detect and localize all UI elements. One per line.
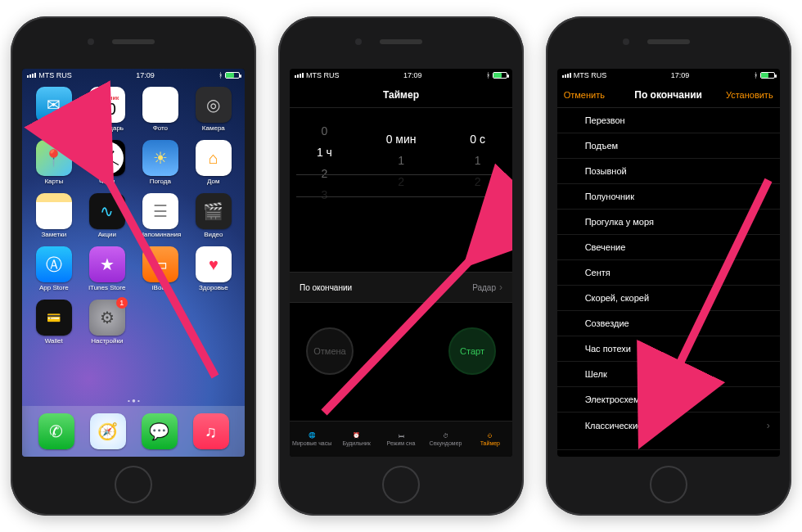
dock-safari[interactable]: 🧭 [90,413,126,449]
tab-timer[interactable]: ⏲Таймер [468,422,512,457]
phone-timer: MTS RUS 17:09 ᚼ Таймер 0 1 ч 2 3 0 мин 1… [278,16,524,516]
bed-icon: 🛏 [399,433,404,439]
list-item[interactable]: Сентя [557,260,780,286]
app-reminders[interactable]: ☰Напоминания [137,193,183,238]
app-clock[interactable]: Часы [83,140,130,185]
chevron-right-icon: › [767,420,770,431]
start-button[interactable]: Старт [448,327,496,375]
tab-bedtime[interactable]: 🛏Режим сна [379,422,423,457]
home-button[interactable] [650,466,687,503]
timer-icon: ⏲ [487,433,493,439]
tab-stopwatch[interactable]: ⏱Секундомер [423,422,467,457]
list-item[interactable]: Перезвон [557,108,780,133]
bluetooth-icon: ᚼ [219,71,223,79]
set-button[interactable]: Установить [719,82,780,107]
dock: ✆ 🧭 💬 ♫ [22,406,245,457]
list-item-classic[interactable]: Классические› [557,413,780,438]
page-dots: • ● • [22,397,245,404]
list-item[interactable]: Прогулка у моря [557,210,780,235]
app-weather[interactable]: ☀Погода [137,140,183,185]
app-maps[interactable]: 📍Карты [30,140,77,185]
list-item[interactable]: Час потехи [557,336,780,362]
checkmark-icon: ✓ [565,457,574,458]
nav-title: Таймер [383,89,419,101]
nav-title: По окончании [634,89,702,101]
carrier: MTS RUS [38,71,72,79]
app-health[interactable]: ♥Здоровье [190,246,237,291]
app-photos[interactable]: 🏵Фото [137,87,183,132]
app-settings[interactable]: ⚙1Настройки [83,300,130,345]
app-grid: ✉Почта Вторник10Календарь 🏵Фото ◎Камера … [22,82,245,345]
app-camera[interactable]: ◎Камера [190,87,237,132]
stopwatch-icon: ⏱ [443,433,448,439]
list-item[interactable]: Полуночник [557,184,780,210]
app-notes[interactable]: ▤Заметки [30,193,77,238]
bluetooth-icon: ᚼ [754,71,758,79]
globe-icon: 🌐 [309,432,316,439]
app-ibooks[interactable]: ▭iBook [137,246,183,291]
cancel-button[interactable]: Отмена [306,327,354,375]
dock-music[interactable]: ♫ [193,413,229,449]
nav-bar: Таймер [290,82,512,108]
list-item-stop[interactable]: ✓Остановить [557,449,780,457]
status-bar: MTS RUS 17:09 ᚼ [290,69,512,82]
phone-home-screen: MTS RUS 17:09 ᚼ ✉Почта Вторник10Календар… [11,16,256,516]
cancel-button[interactable]: Отменить [557,82,611,107]
status-bar: MTS RUS 17:09 ᚼ [22,69,245,82]
setting-label: По окончании [300,283,352,292]
list-item[interactable]: Подъем [557,133,780,159]
sound-list[interactable]: Перезвон Подъем Позывной Полуночник Прог… [557,108,780,457]
setting-value: Радар [472,283,496,292]
tab-alarm[interactable]: ⏰Будильник [334,422,378,457]
home-button[interactable] [115,466,152,503]
list-item[interactable]: Созвездие [557,311,780,336]
tab-world-clock[interactable]: 🌐Мировые часы [290,422,334,457]
app-appstore[interactable]: ⒶApp Store [30,246,77,291]
dock-messages[interactable]: 💬 [142,413,178,449]
list-item[interactable]: Электросхема [557,387,780,413]
time-picker[interactable]: 0 1 ч 2 3 0 мин 1 2 0 с 1 2 [290,124,512,247]
when-timer-ends-row[interactable]: По окончании Радар› [290,272,512,303]
list-item[interactable]: Свечение [557,235,780,260]
list-item[interactable]: Шелк [557,362,780,387]
tab-bar: 🌐Мировые часы ⏰Будильник 🛏Режим сна ⏱Сек… [290,421,512,457]
battery-icon [225,72,240,79]
app-mail[interactable]: ✉Почта [30,87,77,132]
alarm-icon: ⏰ [353,432,360,439]
app-calendar[interactable]: Вторник10Календарь [83,87,130,132]
app-itunes[interactable]: ★iTunes Store [83,246,130,291]
chevron-right-icon: › [499,282,502,293]
list-item[interactable]: Скорей, скорей [557,286,780,311]
nav-bar: Отменить По окончании Установить [557,82,780,108]
status-bar: MTS RUS 17:09 ᚼ [557,69,780,82]
list-item[interactable]: Позывной [557,159,780,184]
phone-sound-picker: MTS RUS 17:09 ᚼ Отменить По окончании Ус… [546,16,791,516]
app-home[interactable]: ⌂Дом [190,140,237,185]
home-button[interactable] [382,466,420,503]
dock-phone[interactable]: ✆ [38,413,74,449]
status-time: 17:09 [136,71,155,79]
app-videos[interactable]: 🎬Видео [190,193,237,238]
bluetooth-icon: ᚼ [486,71,490,79]
app-wallet[interactable]: 💳Wallet [30,300,77,345]
app-stocks[interactable]: ∿Акции [83,193,130,238]
